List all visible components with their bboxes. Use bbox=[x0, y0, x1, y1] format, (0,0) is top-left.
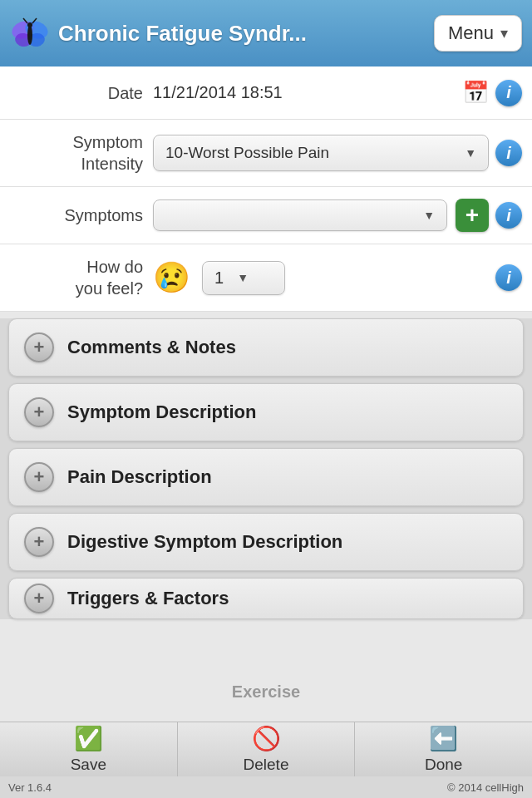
expand-icon bbox=[24, 527, 54, 557]
triggers-factors-label: Triggers & Factors bbox=[67, 588, 229, 609]
how-feel-control: 😢 1 ▼ bbox=[153, 260, 489, 295]
expand-icon bbox=[24, 584, 54, 613]
expand-icon bbox=[24, 462, 54, 492]
symptom-intensity-value: 10-Worst Possible Pain bbox=[165, 144, 329, 162]
version-label: Ver 1.6.4 bbox=[8, 781, 52, 794]
feel-row: 😢 1 ▼ bbox=[153, 260, 285, 295]
symptoms-info-button[interactable]: i bbox=[495, 202, 522, 229]
dropdown-arrow-icon: ▼ bbox=[465, 146, 476, 160]
how-feel-label: How doyou feel? bbox=[10, 256, 143, 299]
date-info-button[interactable]: i bbox=[495, 80, 522, 106]
svg-point-4 bbox=[27, 25, 32, 45]
save-button[interactable]: ✅ Save bbox=[0, 722, 178, 776]
sections-area: Comments & Notes Symptom Description Pai… bbox=[0, 318, 532, 619]
symptom-description-section[interactable]: Symptom Description bbox=[8, 383, 524, 441]
date-label: Date bbox=[10, 82, 143, 104]
delete-button[interactable]: 🚫 Delete bbox=[178, 722, 356, 776]
feel-dropdown[interactable]: 1 ▼ bbox=[202, 261, 285, 295]
symptoms-row: Symptoms ▼ + i bbox=[0, 187, 532, 244]
save-label: Save bbox=[71, 756, 106, 774]
how-feel-info-button[interactable]: i bbox=[495, 264, 522, 291]
app-header: Chronic Fatigue Syndr... Menu ▾ bbox=[0, 0, 532, 66]
feel-value: 1 bbox=[214, 268, 224, 288]
expand-icon bbox=[24, 397, 54, 427]
date-control-area: 11/21/2014 18:51 📅 bbox=[153, 80, 489, 106]
symptom-intensity-label: SymptomIntensity bbox=[10, 131, 143, 175]
dropdown-arrow-icon: ▼ bbox=[237, 271, 249, 284]
triggers-factors-section[interactable]: Triggers & Factors bbox=[8, 578, 524, 619]
dropdown-arrow-icon: ▼ bbox=[423, 209, 435, 222]
symptom-intensity-control: 10-Worst Possible Pain ▼ bbox=[153, 135, 489, 171]
date-row: Date 11/21/2014 18:51 📅 i bbox=[0, 66, 532, 120]
symptom-intensity-row: SymptomIntensity 10-Worst Possible Pain … bbox=[0, 120, 532, 187]
pain-description-section[interactable]: Pain Description bbox=[8, 448, 524, 506]
pain-description-label: Pain Description bbox=[67, 466, 212, 488]
symptoms-dropdown[interactable]: ▼ bbox=[153, 200, 447, 231]
done-button[interactable]: ⬅️ Done bbox=[355, 722, 532, 776]
app-icon bbox=[10, 13, 50, 53]
symptom-intensity-dropdown[interactable]: 10-Worst Possible Pain ▼ bbox=[153, 135, 489, 171]
header-left: Chronic Fatigue Syndr... bbox=[10, 13, 307, 53]
add-symptom-button[interactable]: + bbox=[456, 199, 489, 232]
symptoms-control: ▼ + bbox=[153, 199, 489, 232]
save-icon: ✅ bbox=[74, 725, 103, 752]
copyright-label: © 2014 cellHigh bbox=[447, 781, 524, 794]
bottom-toolbar: ✅ Save 🚫 Delete ⬅️ Done bbox=[0, 722, 532, 776]
done-icon: ⬅️ bbox=[429, 725, 458, 752]
chevron-down-icon: ▾ bbox=[500, 24, 508, 42]
digestive-symptom-section[interactable]: Digestive Symptom Description bbox=[8, 513, 524, 571]
delete-label: Delete bbox=[244, 756, 289, 774]
comments-notes-label: Comments & Notes bbox=[67, 337, 236, 358]
done-label: Done bbox=[425, 756, 462, 774]
symptom-description-label: Symptom Description bbox=[67, 401, 256, 423]
app-title: Chronic Fatigue Syndr... bbox=[58, 21, 307, 47]
digestive-symptom-label: Digestive Symptom Description bbox=[67, 531, 342, 553]
expand-icon bbox=[24, 332, 54, 362]
form-area: Date 11/21/2014 18:51 📅 i SymptomIntensi… bbox=[0, 66, 532, 312]
menu-button[interactable]: Menu ▾ bbox=[434, 15, 522, 52]
svg-point-5 bbox=[27, 22, 32, 27]
how-feel-row: How doyou feel? 😢 1 ▼ i bbox=[0, 244, 532, 312]
behind-bar-text: Exercise bbox=[232, 682, 300, 701]
calendar-icon[interactable]: 📅 bbox=[462, 80, 489, 106]
menu-label: Menu bbox=[448, 22, 494, 44]
symptoms-label: Symptoms bbox=[10, 204, 143, 226]
delete-icon: 🚫 bbox=[252, 725, 281, 752]
comments-notes-section[interactable]: Comments & Notes bbox=[8, 318, 524, 377]
status-bar-bottom: Ver 1.6.4 © 2014 cellHigh bbox=[0, 776, 532, 798]
sad-face-icon: 😢 bbox=[153, 260, 190, 295]
date-value: 11/21/2014 18:51 bbox=[153, 83, 447, 102]
symptom-intensity-info-button[interactable]: i bbox=[495, 140, 522, 166]
